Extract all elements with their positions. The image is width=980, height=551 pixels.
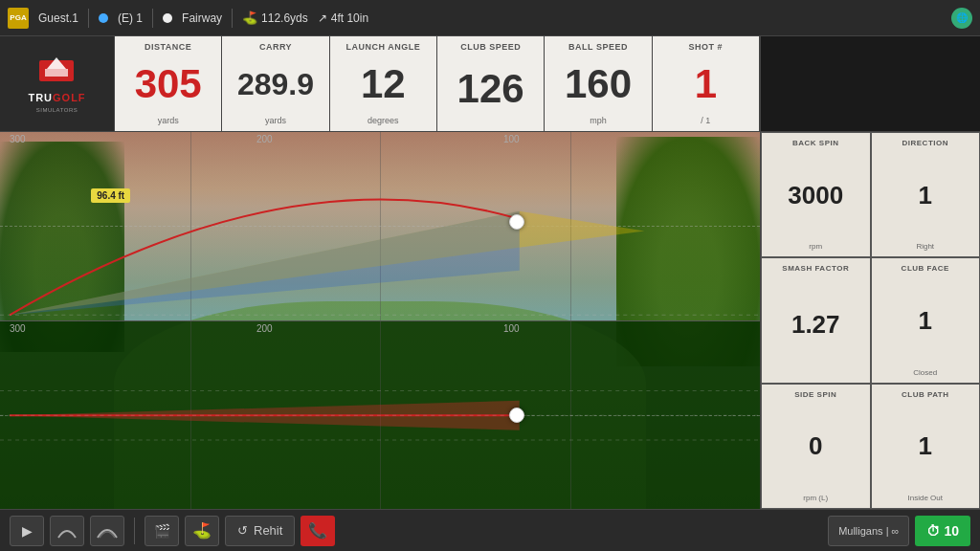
top-view: 300 200 100 <box>0 321 760 510</box>
club-icon: ⛳ <box>192 521 212 540</box>
trajectory-arc-button[interactable] <box>50 516 84 546</box>
mulligans-label: Mulligans | ∞ <box>838 525 899 537</box>
trajectory-svg-side <box>0 132 760 320</box>
direction-label: DIRECTION <box>902 139 949 147</box>
right-panel: BACK SPIN 3000 rpm DIRECTION 1 Right SMA… <box>760 36 980 509</box>
metric-back-spin: BACK SPIN 3000 rpm <box>761 132 871 257</box>
shot-overlay: 300 200 100 96.4 ft <box>0 132 760 509</box>
club-path-label: CLUB PATH <box>902 390 949 399</box>
location-info: Fairway <box>182 11 222 25</box>
globe-icon[interactable]: 🌐 <box>951 8 972 29</box>
metric-side-spin: SIDE SPIN 0 rpm (L) <box>761 384 871 509</box>
ball-speed-label: BALL SPEED <box>568 42 628 52</box>
play-icon: ▶ <box>22 523 33 539</box>
wide-arc-icon <box>97 522 118 540</box>
club-face-label: CLUB FACE <box>902 264 949 273</box>
phone-icon: 📞 <box>308 521 327 540</box>
distance-label: 112.6yds <box>261 11 308 25</box>
metric-direction: DIRECTION 1 Right <box>871 132 981 257</box>
timer-label: 10 <box>944 523 959 539</box>
bottom-bar: ▶ 🎬 ⛳ ↺ Rehit 📞 Mulligans | ∞ ⏱ 10 <box>0 509 980 551</box>
direction-value: 1 <box>919 183 932 208</box>
rehit-button[interactable]: ↺ Rehit <box>225 516 295 546</box>
elevation-info: ↗ 4ft 10in <box>318 11 368 25</box>
metric-club-face: CLUB FACE 1 Closed <box>871 257 981 383</box>
stat-shot-number: SHOT # 1 / 1 <box>653 36 760 132</box>
side-view: 300 200 100 96.4 ft <box>0 132 760 321</box>
side-spin-label: SIDE SPIN <box>794 390 836 399</box>
main-layout: TRUGOLF SIMULATORS DISTANCE 305 yards CA… <box>0 36 980 509</box>
ball-speed-value: 160 <box>565 64 632 104</box>
event-info: (E) 1 <box>118 11 143 25</box>
ball-speed-unit: mph <box>590 116 607 125</box>
arc-icon <box>56 522 78 540</box>
metric-smash-factor: SMASH FACTOR 1.27 <box>761 257 871 383</box>
side-spin-value: 0 <box>809 433 822 458</box>
elevation-label: 4ft 10in <box>331 11 368 25</box>
divider1 <box>88 9 89 28</box>
logo-box: TRUGOLF SIMULATORS <box>0 36 115 132</box>
smash-factor-label: SMASH FACTOR <box>782 264 849 273</box>
stat-ball-speed: BALL SPEED 160 mph <box>545 36 652 132</box>
club-speed-label: CLUB SPEED <box>460 42 521 52</box>
timer-icon: ⏱ <box>926 523 940 539</box>
carry-label: CARRY <box>259 42 292 52</box>
svg-rect-2 <box>45 69 68 77</box>
guest-label: Guest.1 <box>38 11 78 25</box>
trajectory-wide-button[interactable] <box>90 516 124 546</box>
white-dot <box>163 13 172 23</box>
trajectory-svg-top <box>0 321 760 510</box>
back-spin-label: BACK SPIN <box>792 139 839 147</box>
location-label: Fairway <box>182 11 222 25</box>
launch-angle-unit: degrees <box>368 116 399 125</box>
video-button[interactable]: 🎬 <box>145 516 179 546</box>
event-label: (E) 1 <box>118 11 143 25</box>
club-path-unit: Inside Out <box>908 494 943 502</box>
metrics-grid: BACK SPIN 3000 rpm DIRECTION 1 Right SMA… <box>761 132 980 509</box>
shot-value: 1 <box>695 64 717 104</box>
club-speed-value: 126 <box>457 69 524 109</box>
smash-factor-value: 1.27 <box>791 312 840 337</box>
back-spin-unit: rpm <box>809 242 822 251</box>
top-bar: PGA Guest.1 (E) 1 Fairway ⛳ 112.6yds ↗ 4… <box>0 0 980 36</box>
svg-marker-4 <box>10 211 520 316</box>
blue-dot <box>99 13 108 23</box>
trugolf-logo: TRUGOLF SIMULATORS <box>28 55 85 113</box>
club-face-value: 1 <box>919 308 932 333</box>
metric-club-path: CLUB PATH 1 Inside Out <box>871 384 981 509</box>
ball-top <box>509 408 524 423</box>
left-panel: TRUGOLF SIMULATORS DISTANCE 305 yards CA… <box>0 36 760 509</box>
launch-angle-label: LAUNCH ANGLE <box>345 42 420 52</box>
mulligans-button[interactable]: Mulligans | ∞ <box>828 516 909 546</box>
stat-distance: DISTANCE 305 yards <box>115 36 222 132</box>
timer-button[interactable]: ⏱ 10 <box>915 516 970 546</box>
side-spin-unit: rpm (L) <box>803 494 828 502</box>
stat-carry: CARRY 289.9 yards <box>222 36 329 132</box>
stat-launch-angle: LAUNCH ANGLE 12 degrees <box>330 36 437 132</box>
phone-button[interactable]: 📞 <box>301 516 335 546</box>
direction-unit: Right <box>916 242 934 251</box>
shot-label: SHOT # <box>689 42 724 52</box>
club-button[interactable]: ⛳ <box>185 516 219 546</box>
club-face-unit: Closed <box>913 368 937 377</box>
refresh-icon: ↺ <box>237 523 248 538</box>
distance-value: 305 <box>135 64 202 104</box>
stats-row: TRUGOLF SIMULATORS DISTANCE 305 yards CA… <box>0 36 760 132</box>
separator1 <box>134 518 135 544</box>
ball-side <box>509 214 524 230</box>
carry-unit: yards <box>265 116 286 125</box>
rehit-label: Rehit <box>254 523 282 538</box>
stat-club-speed: CLUB SPEED 126 <box>437 36 545 132</box>
play-button[interactable]: ▶ <box>10 516 44 546</box>
carry-value: 289.9 <box>237 69 314 99</box>
divider2 <box>152 9 153 28</box>
distance-info: ⛳ 112.6yds <box>242 11 308 25</box>
pga-logo: PGA <box>8 8 29 29</box>
video-icon: 🎬 <box>154 523 170 539</box>
shot-unit: / 1 <box>701 116 710 125</box>
distance-label: DISTANCE <box>145 42 191 52</box>
back-spin-value: 3000 <box>788 183 843 208</box>
launch-angle-value: 12 <box>361 64 406 104</box>
divider3 <box>232 9 233 28</box>
course-area: 300 200 100 96.4 ft <box>0 132 760 509</box>
